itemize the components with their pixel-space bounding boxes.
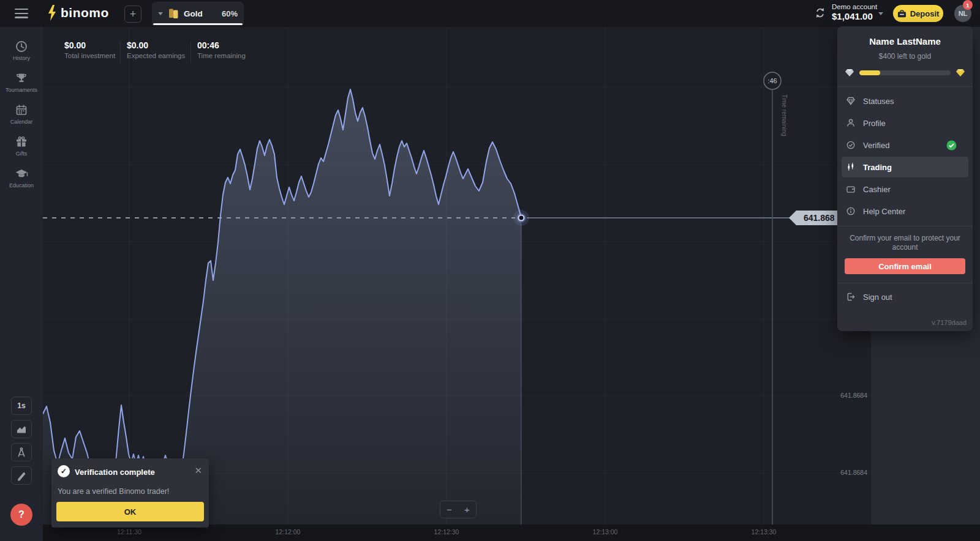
timeframe-button[interactable]: 1s <box>11 397 32 415</box>
info-circle-icon <box>846 206 856 216</box>
menu-item-label: Trading <box>863 163 892 172</box>
zoom-in-button[interactable]: + <box>458 501 476 518</box>
deposit-label: Deposit <box>910 9 940 18</box>
menu-item-profile[interactable]: Profile <box>837 112 973 134</box>
add-asset-tab-button[interactable]: + <box>124 6 141 23</box>
verification-toast: ✓ Verification complete ✕ You are a veri… <box>51 458 209 528</box>
area-chart-icon <box>16 423 27 435</box>
user-name: Name LastName <box>837 36 973 47</box>
menu-item-verified[interactable]: Verified <box>837 134 973 156</box>
toast-ok-button[interactable]: OK <box>56 502 204 521</box>
price-axis-label: 641.8684 <box>840 469 867 476</box>
sidebar-item-label: Tournaments <box>6 87 37 93</box>
top-bar: binomo + Gold 60% Demo account $1,041.00… <box>0 0 980 27</box>
sidebar-item-tournaments[interactable]: Tournaments <box>0 66 43 98</box>
account-type-label: Demo account <box>832 3 877 10</box>
chart-area: :46Time remaining $0.00 Total investment… <box>43 27 871 524</box>
stat-label: Expected earnings <box>127 52 185 59</box>
hamburger-menu-icon[interactable] <box>15 9 28 18</box>
candlestick-chart-icon <box>846 162 856 172</box>
drawing-tools-button[interactable] <box>11 466 32 485</box>
chart-zoom-controls: − + <box>440 501 477 518</box>
binomo-logo: binomo <box>47 5 109 21</box>
gem-outline-icon <box>846 96 856 106</box>
trophy-icon <box>15 72 28 85</box>
user-menu-panel: Name LastName $400 left to gold Statuses… <box>837 26 973 331</box>
sidebar-item-history[interactable]: History <box>0 34 43 66</box>
calendar-icon <box>15 103 28 117</box>
left-sidebar: History Tournaments Calendar <box>0 27 43 541</box>
deposit-button[interactable]: Deposit <box>893 5 943 22</box>
support-help-button[interactable]: ? <box>10 504 32 526</box>
menu-item-label: Statuses <box>863 97 894 106</box>
status-progress <box>845 69 965 77</box>
menu-item-label: Help Center <box>863 207 905 216</box>
confirm-email-button[interactable]: Confirm email <box>845 258 965 274</box>
menu-item-cashier[interactable]: Cashier <box>837 178 973 200</box>
history-clock-icon <box>15 40 28 53</box>
profile-person-icon <box>846 118 856 128</box>
sidebar-item-label: Calendar <box>10 119 33 125</box>
graduation-cap-icon <box>15 167 28 181</box>
stat-separator <box>190 42 191 62</box>
status-progress-track <box>859 70 951 75</box>
chevron-down-icon[interactable] <box>158 12 163 15</box>
pencil-icon <box>16 470 27 481</box>
menu-item-label: Cashier <box>863 185 891 194</box>
stat-expected-earnings: $0.00 Expected earnings <box>127 40 185 59</box>
time-axis-label: 12:11:30 <box>105 528 154 535</box>
sidebar-item-calendar[interactable]: Calendar <box>0 98 43 130</box>
sidebar-item-gifts[interactable]: Gifts <box>0 130 43 162</box>
sidebar-item-education[interactable]: Education <box>0 162 43 193</box>
menu-item-help-center[interactable]: Help Center <box>837 200 973 222</box>
gold-bars-icon <box>168 8 179 19</box>
toast-body: You are a verified Binomo trader! <box>58 487 169 496</box>
active-tab-underline <box>153 23 243 25</box>
lightning-bolt-icon <box>47 5 58 21</box>
menu-item-statuses[interactable]: Statuses <box>837 90 973 112</box>
account-chevron-down-icon[interactable] <box>878 12 883 15</box>
sidebar-item-label: Education <box>9 182 34 188</box>
price-chart-canvas[interactable]: :46Time remaining <box>43 27 871 524</box>
gold-gem-icon <box>956 69 965 77</box>
status-progress-fill <box>859 70 880 75</box>
verified-check-badge-icon <box>946 140 957 151</box>
gift-icon <box>15 135 28 149</box>
compass-icon <box>16 447 27 458</box>
time-axis-label: 12:13:30 <box>739 528 788 535</box>
indicators-button[interactable] <box>11 443 32 461</box>
time-axis-label: 12:12:30 <box>422 528 471 535</box>
stat-value: 00:46 <box>197 40 246 50</box>
asset-tab-gold[interactable]: Gold 60% <box>152 2 244 25</box>
svg-text::46: :46 <box>767 77 777 84</box>
status-progress-text: $400 left to gold <box>837 52 973 61</box>
sign-out-icon <box>846 292 856 302</box>
time-axis-label: 12:12:00 <box>263 528 312 535</box>
check-circle-icon: ✓ <box>58 465 70 477</box>
confirm-email-text: Confirm your email to protect your accou… <box>837 226 973 252</box>
sidebar-item-label: History <box>13 55 30 61</box>
circle-check-outline-icon <box>846 140 856 150</box>
menu-item-label: Verified <box>863 141 889 150</box>
notification-badge: 1 <box>963 0 973 10</box>
svg-text:Time remaining: Time remaining <box>781 94 788 136</box>
stat-total-investment: $0.00 Total investment <box>64 40 115 59</box>
logo-text: binomo <box>61 6 109 20</box>
menu-item-trading[interactable]: Trading <box>842 157 968 177</box>
refresh-balance-icon[interactable] <box>815 7 826 18</box>
account-switcher[interactable]: Demo account $1,041.00 <box>832 3 877 21</box>
sign-out-button[interactable]: Sign out <box>837 283 973 310</box>
stat-time-remaining: 00:46 Time remaining <box>197 40 246 59</box>
stat-label: Total investment <box>64 52 115 59</box>
zoom-out-button[interactable]: − <box>440 501 458 518</box>
asset-tab-payout: 60% <box>222 9 238 18</box>
stat-separator <box>120 42 121 62</box>
chart-type-button[interactable] <box>11 420 32 438</box>
silver-gem-icon <box>845 69 854 77</box>
sidebar-item-label: Gifts <box>16 151 28 157</box>
price-axis-label: 641.8684 <box>840 392 867 399</box>
close-icon[interactable]: ✕ <box>194 465 202 476</box>
toast-title: Verification complete <box>75 468 155 477</box>
sign-out-label: Sign out <box>863 293 892 302</box>
stat-value: $0.00 <box>127 40 185 50</box>
